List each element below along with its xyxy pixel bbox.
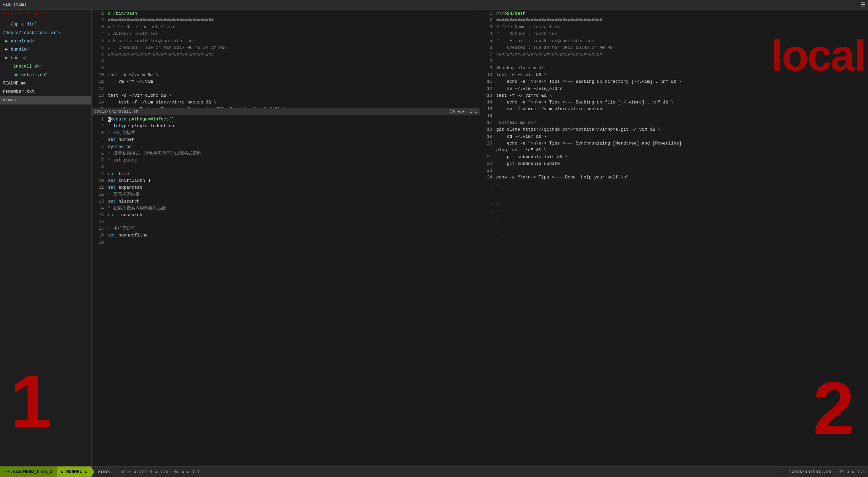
code-line: 15set incsearch (92, 212, 480, 218)
percent-text: 0% (173, 469, 179, 474)
code-line: 12 mv ~/.vim ~/vim_oldrc (480, 85, 868, 92)
code-line: 17" 空行无折行 (92, 225, 480, 232)
filename-text: vimrc (98, 469, 111, 474)
code-line: 10set shiftwidth=4 (92, 177, 480, 184)
nerdtree-status-text: ~/.vim/NERD_tree_1 (5, 469, 52, 474)
mini-status-bar-1: tools/uninstall.sh 5% ◀ ▶ 1:1 (92, 108, 480, 115)
code-line: ~~ (480, 188, 868, 195)
code-line: 8 (480, 58, 868, 65)
status-bar: ~/.vim/NERD_tree_1 ▶ NORMAL ▶ vimrc unix… (0, 466, 868, 477)
code-line: 9#backup old vim dir (480, 65, 868, 72)
uninstall-code[interactable]: 1#!/bin/bash 2##########################… (92, 9, 480, 108)
list-item[interactable]: ▶ bundle/ (0, 45, 91, 54)
code-line: 14 test -f ~/vim_oldrc/vimrc_backup && \ (92, 99, 480, 106)
window-title: vim (vim) (3, 2, 26, 7)
code-line: 11 rm -rf ~/.vim (92, 78, 480, 85)
code-line: 1#!/bin/bash (92, 10, 480, 17)
right-percent: 4% (839, 469, 844, 474)
code-line: ~~ (480, 229, 868, 236)
code-line: 21 git submodule init && \ (480, 154, 868, 160)
code-line: ~~ (480, 236, 868, 243)
code-line: 14" 在输入搜索内容时自动匹配 (92, 205, 480, 212)
code-line: 13set hlsearch (92, 198, 480, 205)
code-line: 10test -d ~/.vim && \ (480, 72, 868, 78)
code-line: ~~ (480, 222, 868, 229)
list-item[interactable]: remember.txt (0, 88, 91, 96)
code-line: 8 (92, 164, 480, 171)
code-line: 10test -d ~/.vim && \ (92, 72, 480, 78)
right-file-text: tools/install.sh (789, 469, 831, 474)
code-line: 9 (92, 65, 480, 72)
code-line: 20 echo -e "\n\n-> Tips <--- Synchronizi… (480, 140, 868, 147)
code-line: 13test -d ~/vim_oldrc && \ (92, 92, 480, 99)
code-line: 11set expandtab (92, 184, 480, 191)
code-line: 7#######################################… (92, 51, 480, 58)
code-line: ~~ (480, 202, 868, 208)
code-line: ~~ (480, 208, 868, 215)
status-right-pos: 4% ◀ ▶ 1:1 (836, 466, 868, 477)
code-line: 18set noendofline (92, 232, 480, 239)
title-bar: vim (vim) ☰ (0, 0, 868, 9)
mode-arrow: ▶ (61, 469, 63, 475)
code-line: 6# Created : Tue 14 Mar 2017 06:43:24 AM… (480, 44, 868, 51)
encoding-text: utf-8 (139, 469, 152, 474)
code-line: 19 cd ~/.vim/ && \ (480, 133, 868, 140)
code-line: 7#######################################… (480, 51, 868, 58)
code-line: 12 (92, 85, 480, 92)
code-line: 16 (480, 113, 868, 119)
status-file-info: unix ◀ utf-8 ◀ vim (118, 466, 171, 477)
code-line: 4set number (92, 136, 480, 143)
list-item[interactable]: .. (up a dir) (0, 20, 91, 29)
code-line: 23 (480, 167, 868, 174)
status-filename: vimrc (91, 466, 118, 477)
list-item[interactable]: uninstall.sh* (0, 71, 91, 79)
code-line: 5# E-mail: rootkiter@rootkiter.com (92, 38, 480, 44)
list-item[interactable]: install.sh* (0, 62, 91, 71)
code-line: 4# Author: rootkiter (92, 31, 480, 37)
code-line: 3# File Name :uninstall.sh (92, 24, 480, 31)
status-mode: ▶ NORMAL ▶ (57, 466, 91, 477)
filetype-text: vim (160, 469, 168, 474)
code-line: 15 mv ~/.vimrc ~/vim_oldrc/vimrc_backup (480, 106, 868, 113)
list-item[interactable]: README.md (0, 79, 91, 88)
code-line: 16 (92, 218, 480, 225)
code-line: 13test -f ~/.vimrc && \ (480, 92, 868, 99)
code-line: 14 echo -e "\n\n-> Tips <--- Backing up … (480, 99, 868, 106)
code-line: 1#!/bin/bash (480, 10, 868, 17)
big-number-1: 1 (10, 364, 52, 439)
vimrc-code[interactable]: 1execute pathogen#infect() 2filetype plu… (92, 115, 480, 466)
code-line: 2#######################################… (92, 17, 480, 24)
code-line: 12" 高亮搜索结果 (92, 191, 480, 198)
code-line: 11 echo -e "\n\n-> Tips <--- Backing up … (480, 78, 868, 85)
status-position: 0% ◀ ▶ 1:1 (171, 466, 203, 477)
position-text: 1:1 (192, 469, 200, 474)
code-line: 22 git submodule update (480, 160, 868, 167)
editor-pane-2: local 2 1#!/bin/bash 2##################… (480, 9, 868, 466)
mode-label: NORMAL (66, 469, 82, 474)
code-line: 17#install my dir (480, 119, 868, 126)
menu-icon[interactable]: ☰ (861, 1, 865, 8)
code-line: 18git clone https://github.com/rootkiter… (480, 126, 868, 133)
nerdtree-sidebar: Press ? for help .. (up a dir) /Users/ro… (0, 9, 92, 466)
status-nerdtree-label: ~/.vim/NERD_tree_1 (0, 466, 57, 477)
list-item[interactable]: /Users/rootkiter/.vim/ (0, 29, 91, 37)
code-line: ~~ (480, 215, 868, 222)
mini-status-position: 5% ◀ ▶ 1:1 (450, 109, 477, 114)
editor-container: 1#!/bin/bash 2##########################… (92, 9, 868, 466)
list-item[interactable]: ▶ tools/ (0, 54, 91, 62)
code-line: 7" set paste (92, 157, 480, 164)
right-position: 1:1 (857, 469, 865, 474)
format-text: unix (120, 469, 131, 474)
code-line: ~~ (480, 181, 868, 188)
list-item[interactable]: vimrc (0, 96, 91, 104)
code-line: 8 (92, 58, 480, 65)
list-item[interactable]: ▶ autoload/ (0, 37, 91, 46)
code-line: ~~ (480, 195, 868, 202)
code-line: 6" 设置粘贴模式，以免拷贝代码时出现格式混乱 (92, 150, 480, 157)
code-line: 2filetype plugin indent on (92, 123, 480, 130)
code-line: 24echo -e "\n\n-> Tips <--- Done. Help y… (480, 174, 868, 181)
code-line: 1execute pathogen#infect() (92, 116, 480, 123)
install-code[interactable]: 1#!/bin/bash 2##########################… (480, 9, 868, 466)
status-right-file: tools/install.sh (784, 466, 836, 477)
code-line: 4# Author : rootkiter (480, 31, 868, 37)
